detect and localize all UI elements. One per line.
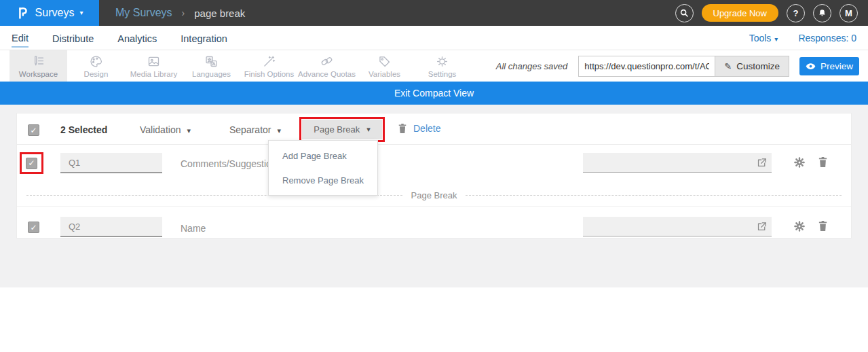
toolbar-item-advance-quotas[interactable]: Advance Quotas: [298, 50, 356, 82]
header-divider: [17, 144, 851, 145]
question-code-input-q2[interactable]: [60, 217, 162, 237]
top-navigation-bar: Surveys ▾ My Surveys › page break Upgrad…: [0, 0, 868, 26]
expand-answer-button-q2[interactable]: [756, 221, 768, 232]
answer-field-q1: [583, 153, 772, 173]
pencil-list-icon: [31, 54, 45, 69]
page-break-dropdown[interactable]: Page Break ▾: [302, 120, 382, 139]
chain-link-icon: [320, 54, 334, 69]
select-all-checkbox[interactable]: ✓: [28, 124, 39, 136]
customize-button[interactable]: ✎ Customize: [715, 56, 789, 77]
answer-input-q2[interactable]: [583, 217, 756, 236]
palette-icon: [89, 54, 103, 69]
chevron-right-icon: ›: [182, 7, 185, 18]
trash-icon: [818, 220, 828, 232]
external-link-icon: [756, 221, 768, 232]
page-break-menu: Add Page Break Remove Page Break: [268, 140, 378, 196]
question-checkbox-q1[interactable]: ✓: [26, 158, 37, 169]
workspace-stage: ✓ 2 Selected Validation▾ Separator▾ Page…: [0, 105, 868, 287]
question-code-input-q1[interactable]: [60, 153, 162, 173]
gear-icon: [435, 54, 449, 69]
menu-item-add-page-break[interactable]: Add Page Break: [269, 144, 377, 169]
translate-icon: [204, 54, 219, 69]
tab-analytics[interactable]: Analytics: [117, 29, 157, 47]
answer-field-q2: [583, 217, 772, 236]
tag-icon: [377, 54, 392, 69]
question-list-card: ✓ 2 Selected Validation▾ Separator▾ Page…: [16, 113, 852, 239]
survey-url-input[interactable]: [578, 56, 715, 77]
highlight-box-q1-checkbox: ✓: [20, 152, 43, 174]
notifications-button[interactable]: [813, 4, 831, 22]
row-divider: [17, 206, 851, 207]
toolbar-item-label: Design: [84, 70, 109, 78]
eye-icon: [806, 63, 816, 70]
survey-url-group: ✎ Customize: [578, 56, 789, 77]
page-break-divider-label: Page Break: [411, 190, 457, 200]
questionpro-logo-icon: [16, 5, 30, 20]
question-checkbox-q2[interactable]: ✓: [28, 222, 39, 233]
section-tab-bar: Edit Distribute Analytics Integration To…: [0, 26, 868, 50]
toolbar-item-label: Settings: [428, 70, 457, 78]
question-delete-button-q1[interactable]: [818, 156, 828, 168]
gear-icon: [793, 220, 806, 232]
toolbar-item-design[interactable]: Design: [67, 50, 125, 82]
exit-compact-view-bar[interactable]: Exit Compact View: [0, 82, 868, 105]
app-window: Surveys ▾ My Surveys › page break Upgrad…: [0, 0, 868, 352]
chevron-down-icon: ▾: [79, 10, 83, 16]
surveys-menu[interactable]: Surveys ▾: [0, 0, 99, 26]
tab-edit[interactable]: Edit: [12, 29, 29, 48]
toolbar-item-label: Languages: [192, 70, 231, 78]
tab-distribute[interactable]: Distribute: [52, 29, 94, 47]
chevron-down-icon: ▾: [187, 126, 191, 135]
toolbar-tools: Workspace Design Media Library Languages…: [0, 50, 471, 82]
image-icon: [147, 54, 161, 69]
validation-dropdown[interactable]: Validation▾: [140, 124, 191, 135]
toolbar-right: All changes saved ✎ Customize Preview: [496, 50, 859, 82]
page-break-divider: Page Break: [26, 190, 842, 200]
help-button[interactable]: ?: [787, 4, 805, 22]
chevron-down-icon: ▾: [774, 35, 778, 43]
exit-compact-view-label: Exit Compact View: [394, 88, 474, 99]
tools-menu[interactable]: Tools▾: [749, 33, 778, 43]
selected-count: 2 Selected: [60, 124, 107, 135]
breadcrumb-my-surveys[interactable]: My Surveys: [115, 7, 172, 19]
search-button[interactable]: [675, 4, 694, 22]
responses-count[interactable]: Responses: 0: [798, 33, 856, 43]
preview-button[interactable]: Preview: [799, 57, 859, 75]
tab-integration[interactable]: Integration: [181, 29, 227, 47]
toolbar-item-variables[interactable]: Variables: [356, 50, 413, 82]
separator-dropdown[interactable]: Separator▾: [229, 124, 281, 135]
toolbar-item-media-library[interactable]: Media Library: [125, 50, 183, 82]
menu-item-remove-page-break[interactable]: Remove Page Break: [269, 169, 377, 193]
avatar[interactable]: M: [839, 4, 858, 22]
toolbar-item-settings[interactable]: Settings: [413, 50, 471, 82]
preview-label: Preview: [820, 61, 853, 71]
upgrade-now-button[interactable]: Upgrade Now: [702, 4, 779, 22]
magic-wand-icon: [262, 54, 276, 69]
answer-input-q1[interactable]: [583, 153, 756, 172]
page-break-dropdown-label: Page Break: [314, 124, 360, 135]
brand-label: Surveys: [35, 7, 75, 19]
divider-dash: [466, 195, 842, 196]
toolbar-item-workspace[interactable]: Workspace: [10, 50, 67, 82]
chevron-down-icon: ▾: [277, 126, 281, 135]
editor-toolbar: Workspace Design Media Library Languages…: [0, 50, 868, 82]
delete-button[interactable]: Delete: [398, 123, 440, 134]
breadcrumb-current-survey: page break: [194, 7, 245, 19]
external-link-icon: [756, 157, 768, 169]
bell-icon: [818, 8, 827, 18]
topbar-actions: Upgrade Now ? M: [675, 4, 858, 22]
toolbar-item-finish-options[interactable]: Finish Options: [240, 50, 298, 82]
breadcrumb: My Surveys › page break: [115, 7, 245, 19]
chevron-down-icon: ▾: [366, 126, 371, 133]
check-icon: ✓: [30, 126, 37, 135]
expand-answer-button-q1[interactable]: [756, 157, 768, 169]
toolbar-item-languages[interactable]: Languages: [183, 50, 240, 82]
question-settings-button-q2[interactable]: [793, 220, 806, 232]
check-icon: ✓: [28, 158, 35, 168]
question-settings-button-q1[interactable]: [793, 156, 806, 169]
pencil-icon: ✎: [724, 61, 732, 71]
question-title-q2: Name: [181, 223, 206, 234]
question-delete-button-q2[interactable]: [818, 220, 828, 232]
gear-icon: [793, 156, 806, 169]
check-icon: ✓: [30, 223, 37, 232]
